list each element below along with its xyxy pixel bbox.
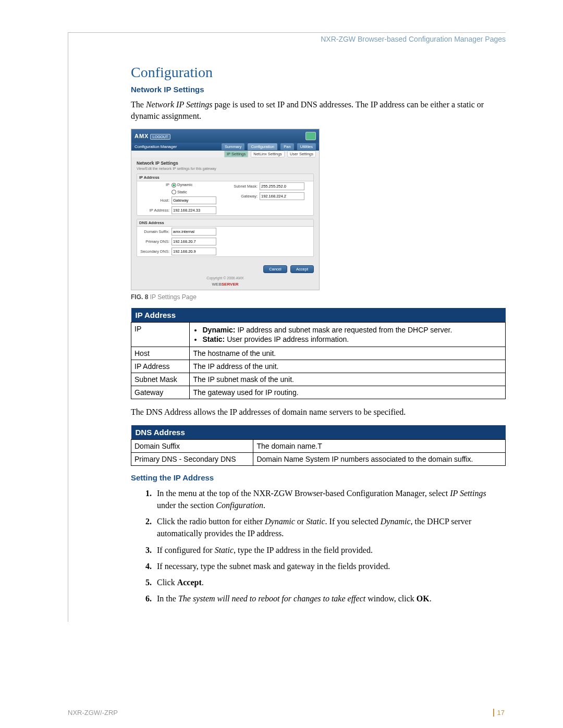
- table-row: Domain SuffixThe domain name.T: [131, 439, 506, 452]
- cell: Domain Name System IP numbers associated…: [253, 452, 506, 465]
- figure-caption: FIG. 8 IP Settings Page: [131, 293, 506, 301]
- cell: The gateway used for IP routing.: [190, 386, 506, 399]
- label-ipaddr: IP Address:: [139, 208, 172, 213]
- list-item: In the menu at the top of the NXR-ZGW Br…: [154, 487, 506, 511]
- input-host[interactable]: [172, 196, 216, 204]
- list-item: In the The system will need to reboot fo…: [154, 593, 506, 604]
- manager-label: Configuration Manager: [134, 144, 177, 149]
- cell: IP Address: [131, 360, 190, 373]
- cell: Host: [131, 347, 190, 360]
- table-row: IP AddressThe IP address of the unit.: [131, 360, 506, 373]
- tab-utilities[interactable]: Utilities: [297, 143, 316, 150]
- input-ipaddr[interactable]: [172, 206, 216, 214]
- tab-pan[interactable]: Pan: [280, 143, 293, 150]
- table-row: GatewayThe gateway used for IP routing.: [131, 386, 506, 399]
- tab-configuration[interactable]: Configuration: [248, 143, 277, 150]
- table-ip-header: IP Address: [131, 308, 506, 323]
- label-host: Host:: [139, 198, 172, 203]
- accept-button[interactable]: Accept: [290, 265, 314, 273]
- cell: Gateway: [131, 386, 190, 399]
- footer-doc: NXR-ZGW/-ZRP: [68, 709, 118, 717]
- input-subnet[interactable]: [260, 182, 304, 190]
- radio-dynamic-label: Dynamic: [177, 182, 192, 187]
- label-subnet: Subnet Mask:: [227, 184, 260, 189]
- panel-title: Network IP Settings: [137, 161, 314, 166]
- cancel-button[interactable]: Cancel: [263, 265, 287, 273]
- logo-amx: AMX: [134, 133, 149, 139]
- section-setting-ip: Setting the IP Address: [131, 473, 506, 482]
- label-gateway: Gateway:: [227, 194, 260, 199]
- subtab-ip-settings[interactable]: IP Settings: [224, 151, 248, 157]
- label-sdns: Secondary DNS:: [139, 249, 172, 254]
- label-pdns: Primary DNS:: [139, 239, 172, 244]
- cell: Primary DNS - Secondary DNS: [131, 452, 253, 465]
- list-item: If configured for Static, type the IP ad…: [154, 544, 506, 556]
- radio-static[interactable]: [172, 190, 176, 194]
- table-dns-header: DNS Address: [131, 425, 506, 440]
- list-item: Click the radio button for either Dynami…: [154, 515, 506, 539]
- cell: The IP address of the unit.: [190, 360, 506, 373]
- panel-hint: View/Edit the network IP settings for th…: [137, 167, 314, 170]
- subtab-user[interactable]: User Settings: [287, 151, 316, 157]
- legend-dns-address: DNS Address: [137, 219, 313, 227]
- table-row: Subnet MaskThe IP subnet mask of the uni…: [131, 373, 506, 386]
- cell: Subnet Mask: [131, 373, 190, 386]
- table-dns-address: DNS Address Domain SuffixThe domain name…: [131, 425, 506, 466]
- label-domain: Domain Suffix:: [139, 229, 172, 234]
- input-domain[interactable]: [172, 228, 216, 236]
- table-row: IP Dynamic: IP address and subnet mask a…: [131, 323, 506, 347]
- logout-button[interactable]: LOGOUT: [150, 134, 171, 140]
- list-item: If necessary, type the subnet mask and g…: [154, 560, 506, 572]
- running-header: NXR-ZGW Browser-based Configuration Mana…: [131, 33, 506, 64]
- subtab-netlinx[interactable]: NetLinx Settings: [251, 151, 285, 157]
- section-network-ip: Network IP Settings: [131, 85, 506, 94]
- cell-ip-label: IP: [131, 323, 190, 347]
- steps-list: In the menu at the top of the NXR-ZGW Br…: [131, 487, 506, 605]
- copyright: Copyright © 2006 AMX: [131, 275, 319, 281]
- legend-ip-address: IP Address: [137, 174, 313, 181]
- table-row: Primary DNS - Secondary DNSDomain Name S…: [131, 452, 506, 465]
- cell-ip-desc: Dynamic: IP address and subnet mask are …: [190, 323, 506, 347]
- intro-paragraph: The Network IP Settings page is used to …: [131, 99, 506, 121]
- page-footer: NXR-ZGW/-ZRP 17: [68, 709, 506, 717]
- input-sdns[interactable]: [172, 248, 216, 255]
- page-title: Configuration: [131, 64, 506, 81]
- cell: The IP subnet mask of the unit.: [190, 373, 506, 386]
- label-ip: IP: [139, 182, 172, 187]
- screenshot-ip-settings: AMX LOGOUT Configuration Manager Summary…: [131, 129, 320, 290]
- tab-summary[interactable]: Summary: [222, 143, 244, 150]
- cell: The domain name.T: [253, 439, 506, 452]
- dns-intro: The DNS Address allows the IP addresses …: [131, 406, 506, 418]
- list-item: Click Accept.: [154, 576, 506, 588]
- input-gateway[interactable]: [260, 192, 304, 200]
- cell: The hostname of the unit.: [190, 347, 506, 360]
- radio-dynamic[interactable]: [172, 183, 176, 188]
- table-row: HostThe hostname of the unit.: [131, 347, 506, 360]
- radio-static-label: Static: [177, 190, 187, 194]
- cell: Domain Suffix: [131, 439, 253, 452]
- input-pdns[interactable]: [172, 238, 216, 245]
- webserver-logo: WEBSERVER: [131, 281, 319, 290]
- table-ip-address: IP Address IP Dynamic: IP address and su…: [131, 308, 506, 399]
- page-number: 17: [497, 709, 505, 717]
- refresh-icon[interactable]: [305, 132, 316, 140]
